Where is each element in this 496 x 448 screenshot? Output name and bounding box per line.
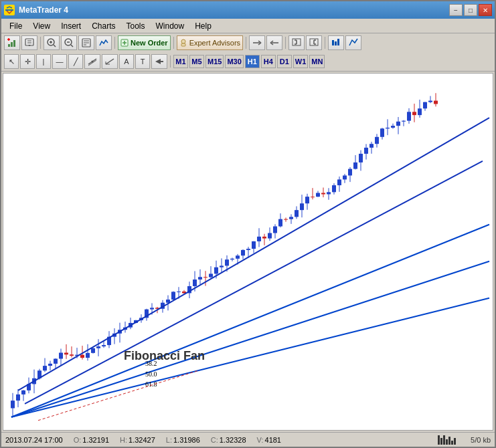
app-icon [4, 5, 15, 15]
svg-point-45 [92, 61, 94, 63]
text-tool[interactable]: A [119, 54, 134, 69]
menu-window[interactable]: Window [151, 20, 190, 32]
status-close: C: 1.32328 [211, 436, 246, 444]
status-low: L: 1.31986 [166, 436, 200, 444]
status-bar: 2013.07.24 17:00 O: 1.32191 H: 1.32427 L… [1, 432, 495, 447]
svg-line-46 [106, 59, 114, 64]
menu-bar: File View Insert Charts Tools Window Hel… [1, 19, 495, 33]
period-sep-btn[interactable] [328, 35, 344, 50]
sep1 [40, 37, 41, 49]
tf-m15[interactable]: M15 [205, 55, 224, 68]
toolbar-area: New Order Expert Advisors [1, 33, 495, 72]
svg-rect-2 [11, 42, 13, 47]
tf-m5[interactable]: M5 [189, 55, 204, 68]
window-controls: − □ ✕ [449, 4, 492, 16]
svg-rect-41 [335, 41, 337, 45]
indicators-btn[interactable] [96, 35, 112, 50]
chart-area[interactable]: Fibonacci Fan [3, 73, 493, 431]
tf-mn[interactable]: MN [309, 55, 325, 68]
sep5 [285, 37, 286, 49]
svg-rect-40 [332, 40, 334, 45]
tf-w1[interactable]: W1 [293, 55, 309, 68]
sep4 [246, 37, 246, 49]
minimize-button[interactable]: − [449, 4, 463, 16]
sep7 [170, 55, 171, 68]
tf-m1[interactable]: M1 [173, 55, 188, 68]
menu-tools[interactable]: Tools [121, 20, 151, 32]
menu-view[interactable]: View [27, 20, 56, 32]
period-sep2-btn[interactable] [345, 35, 361, 50]
crosshair-tool[interactable]: ✛ [20, 54, 35, 69]
status-size: 5/0 kb [471, 436, 491, 444]
trend-line-tool[interactable]: ╱ [68, 54, 83, 69]
new-order-button[interactable]: New Order [118, 35, 171, 50]
close-button[interactable]: ✕ [479, 4, 492, 16]
status-volume: V: 4181 [257, 436, 281, 444]
tf-h1[interactable]: H1 [245, 55, 260, 68]
autoscroll-btn[interactable] [266, 35, 282, 50]
tf-m30[interactable]: M30 [225, 55, 243, 68]
window-title: MetaTrader 4 [19, 5, 449, 15]
svg-line-13 [54, 45, 56, 47]
sep2 [114, 37, 115, 49]
zoom-out-btn[interactable] [61, 35, 77, 50]
zoom-in-btn[interactable] [44, 35, 60, 50]
channels-tool[interactable] [84, 54, 100, 69]
status-high: H: 1.32427 [120, 436, 155, 444]
sep3 [173, 37, 174, 49]
tf-h4[interactable]: H4 [261, 55, 276, 68]
status-open: O: 1.32191 [74, 436, 109, 444]
profiles-btn[interactable] [21, 35, 37, 50]
svg-rect-42 [337, 39, 339, 45]
label-tool[interactable]: T [135, 54, 150, 69]
gann-tool[interactable] [102, 54, 118, 69]
svg-rect-1 [8, 44, 10, 47]
title-bar: MetaTrader 4 − □ ✕ [1, 1, 495, 19]
menu-help[interactable]: Help [189, 20, 217, 32]
chart-label: Fibonacci Fan [124, 349, 205, 363]
vertical-line-tool[interactable]: | [36, 54, 51, 69]
tf-d1[interactable]: D1 [277, 55, 292, 68]
chart-shift-btn[interactable] [249, 35, 265, 50]
properties-btn[interactable] [78, 35, 94, 50]
svg-point-24 [181, 39, 185, 43]
menu-charts[interactable]: Charts [86, 20, 120, 32]
sep6 [325, 37, 325, 49]
zoom-chart-out-btn[interactable] [306, 35, 322, 50]
toolbar-row-1: New Order Expert Advisors [1, 33, 495, 52]
restore-button[interactable]: □ [464, 4, 477, 16]
new-chart-btn[interactable] [4, 35, 20, 50]
main-window: MetaTrader 4 − □ ✕ File View Insert Char… [0, 0, 496, 448]
toolbar-row-2: ↖ ✛ | — ╱ A T [1, 52, 495, 71]
menu-file[interactable]: File [4, 20, 27, 32]
svg-line-16 [71, 45, 73, 47]
horizontal-line-tool[interactable]: — [52, 54, 67, 69]
status-datetime: 2013.07.24 17:00 [5, 436, 63, 444]
expert-advisors-button[interactable]: Expert Advisors [177, 35, 243, 50]
status-bars-graph [438, 435, 456, 445]
svg-rect-25 [181, 43, 185, 46]
menu-insert[interactable]: Insert [56, 20, 86, 32]
svg-rect-0 [5, 9, 13, 11]
zoom-chart-in-btn[interactable] [288, 35, 305, 50]
svg-rect-6 [25, 39, 33, 45]
cursor-tool[interactable]: ↖ [4, 54, 19, 69]
arrow-tool[interactable] [151, 54, 167, 69]
svg-rect-3 [13, 40, 15, 47]
price-chart [3, 74, 493, 430]
